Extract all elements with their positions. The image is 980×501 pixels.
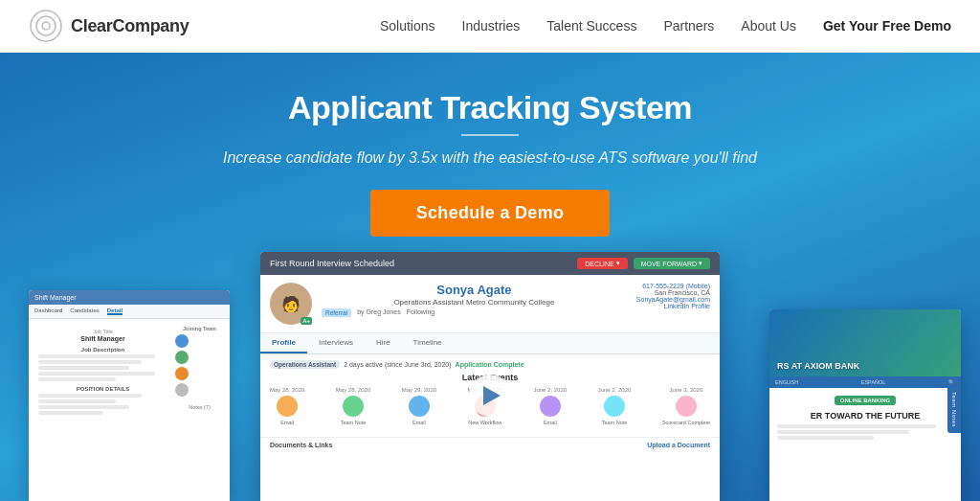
event-3: May 29, 2020 Email (402, 387, 436, 425)
pos-line-2 (38, 399, 116, 403)
nav-item-industries[interactable]: Industries (462, 18, 521, 34)
nav-item-talent-success[interactable]: Talent Success (546, 18, 636, 34)
nav-item-partners[interactable]: Partners (663, 18, 714, 34)
tab-profile[interactable]: Profile (260, 333, 307, 353)
desc-line-5 (38, 377, 116, 381)
candidate-contact: 617-555-2229 (Mobile) San Francisco, CA … (636, 283, 710, 309)
event-5-avatar (540, 396, 561, 417)
card-left-header: Shift Manager (29, 290, 230, 305)
avatar-1 (175, 334, 189, 348)
referral-row: Referral by Greg Jones Following (322, 308, 627, 317)
toward-future: ER TOWARD THE FUTURE (777, 411, 953, 421)
position-details-label: POSITION DETAILS (38, 386, 167, 392)
tab-timeline[interactable]: Timeline (402, 333, 454, 353)
svg-point-2 (42, 22, 50, 30)
hero-section: Applicant Tracking System Increase candi… (0, 53, 980, 501)
candidate-info: Sonya Agate Operations Assistant Metro C… (322, 283, 627, 317)
referral-badge: Referral (322, 308, 351, 317)
card-right-body: ONLINE BANKING ER TOWARD THE FUTURE (769, 388, 961, 449)
docs-label: Documents & Links (270, 442, 332, 448)
card-body: Operations Assistant 2 days active (sinc… (260, 354, 720, 437)
desc-line-2 (38, 360, 142, 364)
card-right-heading: RS AT AXIOM BANK (777, 361, 859, 371)
tab-hire[interactable]: Hire (365, 333, 402, 353)
event-6-avatar (604, 396, 625, 417)
event-4-label: New Workflow (468, 420, 501, 425)
joining-team-avatars (175, 334, 224, 397)
event-1-avatar (277, 396, 298, 417)
docs-section: Documents & Links Upload a Document (260, 437, 720, 452)
play-icon (483, 386, 501, 405)
logo-text: ClearCompany (71, 16, 189, 36)
job-title: Shift Manager (38, 335, 167, 342)
notes-label: Notes (7) (175, 404, 224, 410)
tab-detail[interactable]: Detail (107, 307, 122, 315)
card-center: First Round Interview Scheduled DECLINE … (260, 252, 720, 501)
phone[interactable]: 617-555-2229 (Mobile) (636, 283, 710, 289)
hero-divider (461, 134, 519, 136)
card-left: Shift Manager Dashboard Candidates Detai… (29, 290, 230, 501)
assistant-row: Operations Assistant 2 days active (sinc… (270, 360, 710, 369)
candidate-avatar-wrap: 🧑 A+ (270, 283, 312, 325)
event-7-label: Scorecard Complete (662, 420, 710, 425)
nav-item-about-us[interactable]: About Us (741, 18, 796, 34)
nav-espanol[interactable]: ESPAÑOL (861, 379, 886, 385)
card-center-header: First Round Interview Scheduled DECLINE … (260, 252, 720, 275)
job-title-label: Job Title (38, 329, 167, 334)
joining-team-label: Joining Team (175, 326, 224, 331)
location: San Francisco, CA (636, 289, 710, 296)
event-6-date: June 2, 2020 (598, 387, 632, 393)
team-notes-tab[interactable]: Team Notes (947, 386, 961, 433)
interview-scheduled-title: First Round Interview Scheduled (270, 259, 394, 268)
nav-item-solutions[interactable]: Solutions (380, 18, 435, 34)
desc-line-4 (38, 372, 155, 376)
chevron-down-icon: ▾ (616, 260, 620, 267)
desc-line-3 (38, 366, 129, 370)
nav-english[interactable]: ENGLISH (775, 379, 798, 385)
card-left-body: Job Title Shift Manager Job Description … (33, 323, 173, 422)
hero-title: Applicant Tracking System (19, 89, 961, 126)
event-7: June 3, 2020 Scorecard Complete (662, 387, 710, 425)
online-banking-badge: ONLINE BANKING (835, 396, 896, 405)
pos-line-1 (38, 394, 142, 398)
right-line-2 (777, 430, 909, 434)
event-3-label: Email (412, 420, 426, 425)
event-2: May 28, 2020 Team Note (336, 387, 370, 425)
card-right-header: RS AT AXIOM BANK (769, 309, 961, 376)
avatar-4 (175, 383, 189, 397)
chevron-down-icon: ▾ (699, 260, 702, 267)
play-button[interactable] (469, 375, 511, 417)
avatar-3 (175, 367, 189, 380)
right-line-1 (777, 424, 936, 428)
move-forward-button[interactable]: MOVE FORWARD ▾ (634, 258, 710, 269)
logo[interactable]: ClearCompany (29, 9, 189, 43)
event-6-label: Team Note (602, 420, 628, 425)
email[interactable]: SonyaAgate@gmail.com (636, 296, 710, 303)
event-7-date: June 3, 2020 (670, 387, 703, 393)
nav-item-get-demo[interactable]: Get Your Free Demo (823, 18, 951, 34)
app-complete: Application Complete (456, 361, 524, 368)
tab-dashboard[interactable]: Dashboard (34, 307, 62, 315)
logo-icon (29, 9, 63, 43)
event-5-label: Email (544, 420, 557, 425)
main-nav: Solutions Industries Talent Success Part… (380, 18, 951, 34)
upload-link[interactable]: Upload a Document (647, 442, 710, 448)
linkedin[interactable]: LinkedIn Profile (636, 303, 710, 309)
search-icon[interactable]: 🔍 (948, 379, 955, 385)
event-5: June 2, 2020 Email (533, 387, 567, 425)
decline-button[interactable]: DECLINE ▾ (577, 258, 627, 269)
candidate-role: Operations Assistant Metro Community Col… (322, 298, 627, 307)
svg-point-1 (36, 16, 56, 35)
event-7-avatar (676, 396, 697, 417)
card-right: RS AT AXIOM BANK ENGLISH ESPAÑOL 🔍 ONLIN… (769, 309, 961, 501)
pos-line-3 (38, 405, 129, 409)
candidate-section: 🧑 A+ Sonya Agate Operations Assistant Me… (260, 275, 720, 333)
referral-by: by Greg Jones (357, 308, 401, 317)
site-header: ClearCompany Solutions Industries Talent… (0, 0, 980, 53)
event-1-label: Email (280, 420, 294, 425)
svg-point-0 (31, 11, 61, 41)
tab-candidates[interactable]: Candidates (70, 307, 99, 315)
tab-interviews[interactable]: Interviews (307, 333, 365, 353)
card-tabs: Profile Interviews Hire Timeline (260, 333, 720, 354)
cta-button[interactable]: Schedule a Demo (370, 190, 611, 237)
